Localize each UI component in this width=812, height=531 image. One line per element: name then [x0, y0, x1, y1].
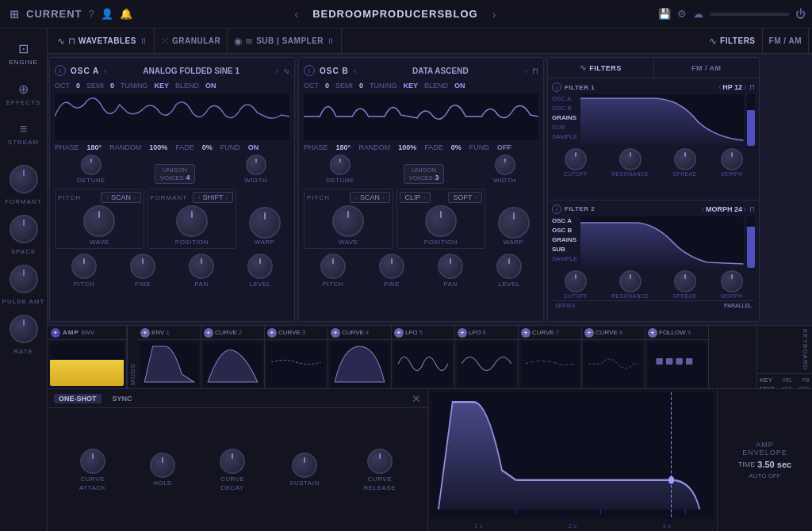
osc-a-shift-label: SHIFT: [203, 193, 224, 201]
one-shot-button[interactable]: ONE-SHOT: [54, 394, 102, 403]
mod-curve4-add[interactable]: +: [331, 328, 340, 338]
help-icon[interactable]: ?: [89, 8, 94, 20]
filter2-info-icon[interactable]: i: [552, 204, 561, 214]
filter2-cutoff-knob[interactable]: [565, 270, 587, 292]
filter2-spread-knob[interactable]: [674, 270, 696, 292]
osc-b-tuning-val: KEY: [404, 82, 419, 90]
next-preset-button[interactable]: ›: [488, 6, 501, 22]
filter1-info-icon[interactable]: i: [552, 82, 561, 92]
osc-a-pitch-knob[interactable]: [71, 254, 97, 279]
space-knob[interactable]: [10, 215, 38, 243]
env-release-knob[interactable]: [367, 449, 393, 474]
env-attack-knob[interactable]: [80, 449, 105, 474]
filter2-prev[interactable]: ‹: [702, 205, 704, 213]
env-close-button[interactable]: ✕: [412, 392, 421, 405]
env-time-label: TIME: [738, 460, 756, 468]
mod-curve7-add[interactable]: +: [521, 328, 530, 338]
rate-knob[interactable]: [10, 315, 38, 343]
osc-a-prev[interactable]: ‹: [104, 67, 106, 75]
osc-a-next[interactable]: ›: [276, 67, 278, 75]
osc-b-position-knob[interactable]: [425, 205, 457, 237]
top-bar: ⊞ CURRENT ? 👤 🔔 ‹ BEDROOMPRODUCERSBLOG ›…: [0, 0, 812, 29]
osc-b-warp-knob[interactable]: [498, 207, 530, 239]
osc-b-info-icon[interactable]: i: [304, 65, 315, 76]
osc-a-wave-knob[interactable]: [83, 205, 115, 237]
sidebar-item-effects[interactable]: ⊕ EFFECTS: [0, 75, 47, 113]
osc-a-header: i OSC A ‹ ANALOG FOLDED SINE 1 › ∿: [55, 63, 289, 78]
env-hold-knob[interactable]: [150, 453, 175, 478]
osc-b-fade-val: 0%: [451, 143, 462, 151]
filter1-section: i FILTER 1 ‹ HP 12 › ⊓ OSC A OSC B: [548, 78, 759, 201]
osc-b-pan-knob[interactable]: [438, 254, 463, 279]
tab-sub-sampler[interactable]: ◉ ≋ SUB | SAMPLER ⏸: [228, 29, 342, 53]
filter1-resonance-knob[interactable]: [619, 148, 642, 170]
sidebar-item-engine[interactable]: ⊡ ENGINE: [0, 35, 47, 72]
env-sustain-knob[interactable]: [292, 453, 317, 478]
osc-b-soft-selector[interactable]: SOFT ›: [448, 192, 483, 203]
osc-b-waveform: [304, 93, 538, 140]
tab-wavetables[interactable]: ∿ ⊓ WAVETABLES ⏸: [51, 29, 155, 53]
osc-b-wave-knob[interactable]: [332, 205, 364, 237]
pulse-amt-knob[interactable]: [10, 265, 38, 293]
osc-b-level-knob[interactable]: [496, 254, 522, 279]
mod-amp-add-icon[interactable]: +: [51, 328, 60, 338]
mod-follow9-add[interactable]: +: [648, 328, 657, 338]
osc-a-level-knob[interactable]: [247, 254, 273, 279]
osc-a-shift-selector[interactable]: ‹ SHIFT ›: [193, 192, 233, 203]
osc-b-next[interactable]: ›: [525, 67, 527, 75]
mod-curve8-add[interactable]: +: [584, 328, 594, 338]
osc-a-warp-knob[interactable]: [249, 207, 281, 239]
filter1-next[interactable]: ›: [744, 83, 746, 91]
power-icon[interactable]: ⏻: [795, 8, 806, 20]
sync-button[interactable]: SYNC: [108, 394, 137, 403]
mod-env1-add[interactable]: +: [140, 328, 150, 338]
osc-a-pitch-label: PITCH: [58, 194, 81, 201]
osc-b-pan-label: PAN: [443, 281, 457, 288]
osc-b-prev[interactable]: ‹: [354, 67, 356, 75]
mod-curve2-add[interactable]: +: [204, 328, 213, 338]
osc-a-detune-knob[interactable]: [81, 155, 102, 175]
mod-lfo6-add[interactable]: +: [458, 328, 467, 338]
osc-b-clip-selector[interactable]: CLIP ›: [400, 192, 431, 203]
tab-filters[interactable]: ∿ FILTERS: [703, 29, 762, 53]
filter2-morph-knob[interactable]: [721, 270, 743, 292]
osc-a-width-knob[interactable]: [246, 155, 266, 175]
osc-a-pan-knob[interactable]: [189, 254, 214, 279]
filter1-cutoff-knob[interactable]: [565, 148, 587, 170]
env-decay-knob[interactable]: [220, 449, 245, 474]
osc-b-scan-selector[interactable]: ‹ SCAN ›: [350, 192, 389, 203]
osc-b-wave-icon: ⊓: [532, 67, 538, 75]
env-info-title: AMPENVELOPE: [742, 441, 787, 457]
save-icon[interactable]: 💾: [658, 8, 671, 20]
cloud-icon[interactable]: ☁: [693, 8, 703, 20]
osc-a-info-icon[interactable]: i: [55, 65, 66, 76]
osc-b-detune-knob[interactable]: [330, 155, 350, 175]
filter2-resonance-knob[interactable]: [619, 270, 642, 292]
sidebar-item-stream[interactable]: ≡ STREAM: [0, 116, 47, 152]
tab-fm-am[interactable]: FM / AM: [763, 29, 809, 53]
user-icon[interactable]: 👤: [101, 8, 113, 20]
filter-series-label[interactable]: SERIES: [555, 303, 576, 308]
osc-b-width-knob[interactable]: [495, 155, 515, 175]
tab-filter-main[interactable]: ∿ FILTERS: [548, 58, 654, 78]
prev-preset-button[interactable]: ‹: [289, 6, 303, 22]
filter-parallel-label[interactable]: PARALLEL: [724, 303, 752, 308]
mod-lfo6-display: [458, 342, 515, 386]
filter2-next[interactable]: ›: [744, 205, 746, 213]
osc-a-scan-selector[interactable]: ‹ SCAN ›: [101, 192, 140, 203]
osc-a-fine-knob[interactable]: [130, 254, 155, 279]
formant-knob[interactable]: [10, 165, 38, 193]
mod-curve3-add[interactable]: +: [267, 328, 277, 338]
osc-b-fine-knob[interactable]: [379, 254, 404, 279]
filter1-prev[interactable]: ‹: [718, 83, 721, 91]
mod-slot-lfo6-header: + LFO 6: [455, 326, 518, 340]
filter1-spread-knob[interactable]: [674, 148, 696, 170]
osc-b-pitch-knob[interactable]: [320, 254, 346, 279]
bell-icon[interactable]: 🔔: [120, 8, 132, 20]
mod-lfo5-add[interactable]: +: [394, 328, 404, 338]
tab-granular[interactable]: ⁙ GRANULAR: [155, 29, 228, 53]
tab-fm-am-filter[interactable]: FM / AM: [654, 58, 760, 78]
filter1-morph-knob[interactable]: [721, 148, 743, 170]
osc-a-position-knob[interactable]: [176, 205, 208, 237]
settings-icon[interactable]: ⚙: [677, 8, 687, 20]
